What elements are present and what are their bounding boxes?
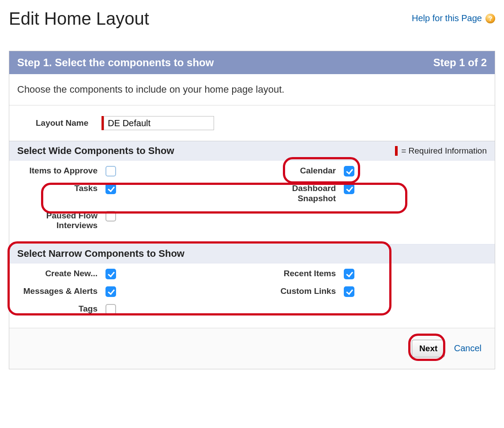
cancel-link[interactable]: Cancel — [454, 343, 481, 353]
step-counter: Step 1 of 2 — [433, 56, 487, 69]
wide-components-grid: Items to Approve Calendar Tasks Dashboar… — [9, 161, 495, 244]
checkbox-custom-links[interactable] — [344, 286, 354, 297]
checkbox-calendar[interactable] — [344, 166, 354, 176]
label-create-new: Create New... — [23, 268, 98, 279]
step-title: Step 1. Select the components to show — [17, 56, 214, 69]
checkbox-recent-items[interactable] — [344, 269, 354, 279]
label-dashboard-snapshot: Dashboard Snapshot — [261, 183, 336, 204]
narrow-components-grid: Create New... Recent Items Messages & Al… — [9, 263, 495, 328]
wizard-footer: Next Cancel — [9, 328, 495, 369]
checkbox-tags[interactable] — [105, 304, 116, 315]
wizard-panel: Step 1. Select the components to show St… — [9, 51, 495, 369]
next-button[interactable]: Next — [412, 340, 445, 357]
help-link-label: Help for this Page — [412, 13, 482, 23]
layout-name-input[interactable] — [104, 116, 214, 130]
step-header: Step 1. Select the components to show St… — [9, 51, 495, 74]
section-narrow-title: Select Narrow Components to Show — [17, 248, 184, 259]
checkbox-paused-flow[interactable] — [105, 211, 116, 222]
label-tasks: Tasks — [23, 183, 98, 194]
label-items-to-approve: Items to Approve — [23, 165, 98, 176]
layout-name-row: Layout Name — [9, 105, 495, 141]
required-info-legend: = Required Information — [395, 146, 487, 156]
section-header-narrow: Select Narrow Components to Show — [9, 244, 495, 263]
checkbox-items-to-approve[interactable] — [105, 166, 116, 176]
instructions: Choose the components to include on your… — [9, 74, 495, 105]
section-header-wide: Select Wide Components to Show = Require… — [9, 141, 495, 161]
checkbox-dashboard-snapshot[interactable] — [344, 184, 354, 194]
checkbox-create-new[interactable] — [105, 269, 116, 279]
label-messages-alerts: Messages & Alerts — [23, 285, 98, 297]
label-custom-links: Custom Links — [261, 285, 336, 297]
label-paused-flow: Paused Flow Interviews — [23, 210, 98, 231]
checkbox-tasks[interactable] — [105, 184, 116, 194]
required-swatch-icon — [395, 146, 398, 156]
label-recent-items: Recent Items — [261, 268, 336, 279]
layout-name-label: Layout Name — [36, 118, 88, 128]
label-calendar: Calendar — [261, 165, 336, 176]
checkbox-messages-alerts[interactable] — [105, 286, 116, 297]
help-link[interactable]: Help for this Page ? — [412, 13, 495, 23]
help-icon: ? — [485, 14, 495, 23]
section-wide-title: Select Wide Components to Show — [17, 145, 174, 157]
label-tags: Tags — [23, 303, 98, 314]
page-title: Edit Home Layout — [9, 9, 149, 29]
